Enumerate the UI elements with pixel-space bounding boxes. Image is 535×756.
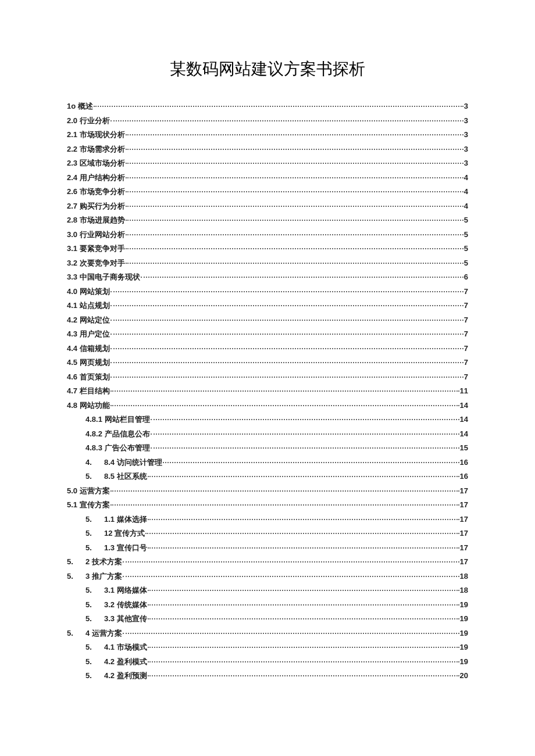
toc-entry[interactable]: 5.4 运营方案19 [67,629,468,637]
toc-entry[interactable]: 1o 概述3 [67,102,468,110]
toc-entry[interactable]: 4.0 网站策划7 [67,288,468,295]
toc-entry[interactable]: 5.1 宣传方案17 [67,501,468,508]
toc-leader-dots [110,405,459,406]
toc-entry-label: 1o 概述 [67,102,93,110]
toc-entry-page: 4 [464,174,468,181]
toc-entry[interactable]: 5.4.2 盈利模式19 [67,658,468,665]
toc-entry-page: 7 [464,330,468,338]
toc-entry[interactable]: 4.8.1 网站栏目管理14 [67,415,468,423]
toc-entry-label: 5.3.2 传统媒体 [85,601,147,608]
toc-entry[interactable]: 5.1.1 媒体选择17 [67,515,468,523]
toc-entry[interactable]: 5.1.3 宣传口号17 [67,544,468,551]
toc-entry[interactable]: 4.4 信箱规划7 [67,345,468,352]
toc-entry-page: 3 [464,102,468,110]
toc-leader-dots [148,547,459,549]
toc-entry-label: 5.1.3 宣传口号 [85,544,147,551]
toc-entry[interactable]: 2.4 用户结构分析4 [67,174,468,181]
toc-entry[interactable]: 4.8.2 产品信息公布14 [67,430,468,438]
toc-entry[interactable]: 5.12 宣传方式17 [67,529,468,537]
toc-entry[interactable]: 5.3 推广方案18 [67,572,468,580]
toc-entry[interactable]: 2.7 购买行为分析4 [67,202,468,210]
toc-leader-dots [126,149,463,150]
toc-entry-page: 3 [464,145,468,153]
toc-entry-label: 4.6 首页策划 [67,373,110,381]
toc-entry[interactable]: 3.1 要紧竞争对手5 [67,245,468,252]
toc-entry-page: 16 [460,458,468,466]
toc-leader-dots [148,618,459,619]
toc-entry-prefix: 5. [85,529,104,537]
toc-entry-page: 5 [464,216,468,224]
toc-entry[interactable]: 4.5 网页规划7 [67,359,468,366]
toc-entry-prefix: 5. [85,544,104,551]
toc-entry-label: 2.4 用户结构分析 [67,174,125,181]
toc-entry[interactable]: 5.3.3 其他宣传19 [67,615,468,622]
toc-entry[interactable]: 2.8 市场进展趋势5 [67,216,468,224]
toc-entry-page: 17 [460,487,468,495]
toc-entry[interactable]: 4.8.3 广告公布管理15 [67,444,468,452]
toc-entry-page: 7 [464,288,468,295]
toc-entry[interactable]: 5.0 运营方案17 [67,487,468,495]
toc-entry-page: 17 [460,558,468,565]
toc-entry[interactable]: 4.8 网站功能14 [67,402,468,409]
toc-entry[interactable]: 4.3 用户定位7 [67,330,468,338]
toc-entry-label: 4.8.2 产品信息公布 [85,430,150,438]
toc-entry-label: 2.2 市场需求分析 [67,145,125,153]
toc-leader-dots [123,561,459,562]
toc-entry-label: 5.3.3 其他宣传 [85,615,147,622]
toc-leader-dots [148,647,459,648]
toc-entry[interactable]: 4.2 网站定位7 [67,316,468,324]
toc-entry-page: 20 [460,672,468,679]
toc-entry[interactable]: 4.1 站点规划7 [67,302,468,309]
toc-entry[interactable]: 4.6 首页策划7 [67,373,468,381]
toc-entry[interactable]: 5.3.1 网络媒体18 [67,586,468,594]
toc-entry[interactable]: 2.6 市场竞争分析4 [67,188,468,195]
toc-entry-prefix: 5. [85,672,104,679]
toc-entry[interactable]: 2.3 区域市场分析3 [67,159,468,167]
toc-entry[interactable]: 3.0 行业网站分析5 [67,231,468,238]
toc-entry-page: 7 [464,302,468,309]
toc-entry[interactable]: 2.1 市场现状分析3 [67,131,468,138]
toc-entry-page: 6 [464,273,468,281]
toc-entry-page: 5 [464,231,468,238]
toc-entry-page: 19 [460,601,468,608]
toc-entry-page: 19 [460,643,468,651]
toc-entry[interactable]: 5.8.5 社区系统16 [67,472,468,480]
toc-entry[interactable]: 3.2 次要竞争对手5 [67,259,468,267]
toc-entry[interactable]: 5.4.2 盈利预测20 [67,672,468,679]
toc-entry-label: 5.8.5 社区系统 [85,472,147,480]
toc-leader-dots [145,533,459,534]
toc-entry-label: 2.1 市场现状分析 [67,131,125,138]
toc-entry-label: 5.4.2 盈利预测 [85,672,147,679]
toc-leader-dots [126,234,463,235]
toc-entry-label: 5.0 运营方案 [67,487,110,495]
toc-entry-page: 18 [460,572,468,580]
toc-entry-label: 5.2 技术方案 [67,558,122,565]
toc-leader-dots [110,334,463,335]
toc-entry-label: 3.0 行业网站分析 [67,231,125,238]
toc-entry[interactable]: 5.3.2 传统媒体19 [67,601,468,608]
toc-leader-dots [110,348,463,349]
toc-leader-dots [148,675,459,676]
toc-leader-dots [110,305,463,306]
toc-leader-dots [110,490,459,492]
toc-entry[interactable]: 4.7 栏目结构11 [67,387,468,395]
toc-entry[interactable]: 3.3 中国电子商务现状6 [67,273,468,281]
toc-entry-label: 4.8.4 访问统计管理 [85,458,162,466]
toc-entry[interactable]: 2.2 市场需求分析3 [67,145,468,153]
toc-entry-label: 2.3 区域市场分析 [67,159,125,167]
toc-entry[interactable]: 5.4.1 市场模式19 [67,643,468,651]
toc-leader-dots [110,390,459,392]
toc-entry[interactable]: 5.2 技术方案17 [67,558,468,565]
toc-entry-page: 5 [464,245,468,252]
toc-entry-page: 15 [460,444,468,452]
toc-entry-page: 7 [464,359,468,366]
toc-leader-dots [110,362,463,363]
toc-entry-page: 14 [460,430,468,438]
toc-entry[interactable]: 4.8.4 访问统计管理16 [67,458,468,466]
toc-entry-label: 4.1 站点规划 [67,302,110,309]
toc-entry-page: 11 [460,387,468,395]
toc-entry[interactable]: 2.0 行业分析3 [67,117,468,124]
toc-leader-dots [110,291,463,292]
toc-leader-dots [123,633,459,634]
toc-entry-label: 4.8.1 网站栏目管理 [85,415,150,423]
